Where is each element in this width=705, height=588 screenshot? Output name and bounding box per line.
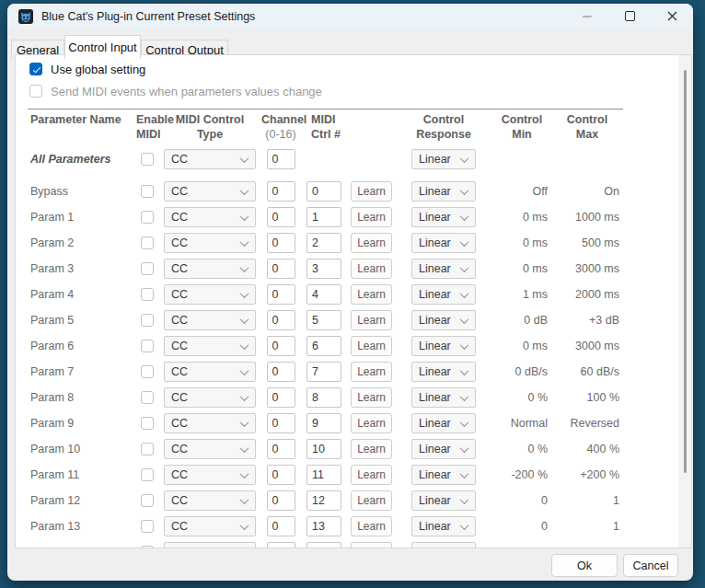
- enable-midi-checkbox[interactable]: [141, 262, 154, 275]
- channel-input[interactable]: 0: [267, 233, 295, 253]
- cancel-button[interactable]: Cancel: [623, 554, 678, 577]
- control-response-select[interactable]: Linear: [411, 259, 476, 279]
- midi-ctrl-input[interactable]: 8: [306, 387, 341, 408]
- learn-button[interactable]: Learn: [351, 439, 392, 459]
- control-response-select[interactable]: [411, 542, 476, 548]
- midi-control-type-select[interactable]: [164, 542, 256, 548]
- learn-button[interactable]: Learn: [351, 413, 392, 433]
- learn-button[interactable]: Learn: [351, 284, 392, 305]
- enable-midi-checkbox[interactable]: [141, 494, 154, 507]
- channel-input[interactable]: [267, 542, 295, 548]
- learn-button[interactable]: Learn: [351, 233, 392, 253]
- midi-control-type-select[interactable]: CC: [164, 207, 256, 227]
- midi-ctrl-input[interactable]: [306, 542, 341, 548]
- control-response-select[interactable]: Linear: [411, 233, 476, 253]
- channel-input[interactable]: 0: [267, 259, 295, 279]
- learn-button[interactable]: Learn: [351, 516, 392, 536]
- channel-input[interactable]: 0: [267, 439, 295, 459]
- midi-ctrl-input[interactable]: 11: [306, 465, 341, 485]
- midi-control-type-select[interactable]: CC: [164, 259, 256, 279]
- midi-ctrl-input[interactable]: 6: [306, 336, 341, 356]
- control-response-select[interactable]: Linear: [411, 207, 476, 227]
- control-response-select[interactable]: Linear: [411, 149, 476, 169]
- learn-button[interactable]: [351, 542, 392, 548]
- enable-midi-checkbox[interactable]: [141, 314, 154, 327]
- tab-control-input[interactable]: Control Input: [64, 35, 141, 59]
- control-response-select[interactable]: Linear: [411, 336, 476, 356]
- enable-midi-checkbox[interactable]: [141, 468, 154, 481]
- channel-input[interactable]: 0: [267, 362, 295, 382]
- midi-ctrl-input[interactable]: 10: [306, 439, 341, 459]
- midi-control-type-select[interactable]: CC: [164, 336, 256, 356]
- enable-midi-checkbox[interactable]: [141, 391, 154, 404]
- enable-midi-checkbox[interactable]: [141, 546, 154, 548]
- learn-button[interactable]: Learn: [351, 207, 392, 227]
- control-response-select[interactable]: Linear: [411, 439, 476, 459]
- channel-input[interactable]: 0: [267, 207, 295, 227]
- midi-ctrl-input[interactable]: 5: [306, 310, 341, 330]
- vertical-scrollbar[interactable]: [678, 55, 691, 548]
- learn-button[interactable]: Learn: [351, 465, 392, 485]
- learn-button[interactable]: Learn: [351, 362, 392, 382]
- enable-midi-checkbox[interactable]: [141, 153, 154, 166]
- midi-control-type-select[interactable]: CC: [164, 490, 256, 511]
- channel-input[interactable]: 0: [267, 413, 295, 433]
- channel-input[interactable]: 0: [267, 516, 295, 536]
- learn-button[interactable]: Learn: [351, 310, 392, 330]
- enable-midi-checkbox[interactable]: [141, 288, 154, 301]
- midi-control-type-select[interactable]: CC: [164, 516, 256, 536]
- channel-input[interactable]: 0: [267, 310, 295, 330]
- channel-input[interactable]: 0: [267, 284, 295, 305]
- ok-button[interactable]: Ok: [551, 554, 618, 577]
- midi-ctrl-input[interactable]: 2: [306, 233, 341, 253]
- midi-ctrl-input[interactable]: 7: [306, 362, 341, 382]
- control-response-select[interactable]: Linear: [411, 181, 476, 202]
- control-response-select[interactable]: Linear: [411, 387, 476, 408]
- midi-control-type-select[interactable]: CC: [164, 465, 256, 485]
- midi-ctrl-input[interactable]: 4: [306, 284, 341, 305]
- enable-midi-checkbox[interactable]: [141, 340, 154, 352]
- enable-midi-checkbox[interactable]: [141, 417, 154, 430]
- learn-button[interactable]: Learn: [351, 387, 392, 408]
- control-response-select[interactable]: Linear: [411, 310, 476, 330]
- midi-ctrl-input[interactable]: 0: [306, 181, 341, 202]
- control-response-select[interactable]: Linear: [411, 362, 476, 382]
- minimize-button[interactable]: [566, 4, 608, 29]
- enable-midi-checkbox[interactable]: [141, 520, 154, 533]
- control-response-select[interactable]: Linear: [411, 465, 476, 485]
- midi-control-type-select[interactable]: CC: [164, 439, 256, 459]
- midi-control-type-select[interactable]: CC: [164, 181, 256, 202]
- enable-midi-checkbox[interactable]: [141, 365, 154, 378]
- midi-control-type-select[interactable]: CC: [164, 233, 256, 253]
- maximize-button[interactable]: [608, 4, 651, 29]
- use-global-setting-checkbox[interactable]: [29, 63, 42, 75]
- midi-control-type-select[interactable]: CC: [164, 149, 256, 169]
- enable-midi-checkbox[interactable]: [141, 236, 154, 249]
- channel-input[interactable]: 0: [267, 387, 295, 408]
- channel-input[interactable]: 0: [267, 149, 295, 169]
- scrollbar-thumb[interactable]: [684, 70, 687, 473]
- midi-control-type-select[interactable]: CC: [164, 284, 256, 305]
- channel-input[interactable]: 0: [267, 490, 295, 511]
- midi-ctrl-input[interactable]: 12: [306, 490, 341, 511]
- enable-midi-checkbox[interactable]: [141, 211, 154, 224]
- midi-ctrl-input[interactable]: 13: [306, 516, 341, 536]
- channel-input[interactable]: 0: [267, 181, 295, 202]
- control-response-select[interactable]: Linear: [411, 516, 476, 536]
- midi-control-type-select[interactable]: CC: [164, 310, 256, 330]
- midi-control-type-select[interactable]: CC: [164, 413, 256, 433]
- channel-input[interactable]: 0: [267, 336, 295, 356]
- midi-control-type-select[interactable]: CC: [164, 387, 256, 408]
- midi-ctrl-input[interactable]: 1: [306, 207, 341, 227]
- enable-midi-checkbox[interactable]: [141, 185, 154, 198]
- learn-button[interactable]: Learn: [351, 181, 392, 202]
- learn-button[interactable]: Learn: [351, 336, 392, 356]
- learn-button[interactable]: Learn: [351, 259, 392, 279]
- midi-ctrl-input[interactable]: 9: [306, 413, 341, 433]
- midi-control-type-select[interactable]: CC: [164, 362, 256, 382]
- control-response-select[interactable]: Linear: [411, 413, 476, 433]
- control-response-select[interactable]: Linear: [411, 284, 476, 305]
- close-button[interactable]: [651, 4, 693, 29]
- control-response-select[interactable]: Linear: [411, 490, 476, 511]
- channel-input[interactable]: 0: [267, 465, 295, 485]
